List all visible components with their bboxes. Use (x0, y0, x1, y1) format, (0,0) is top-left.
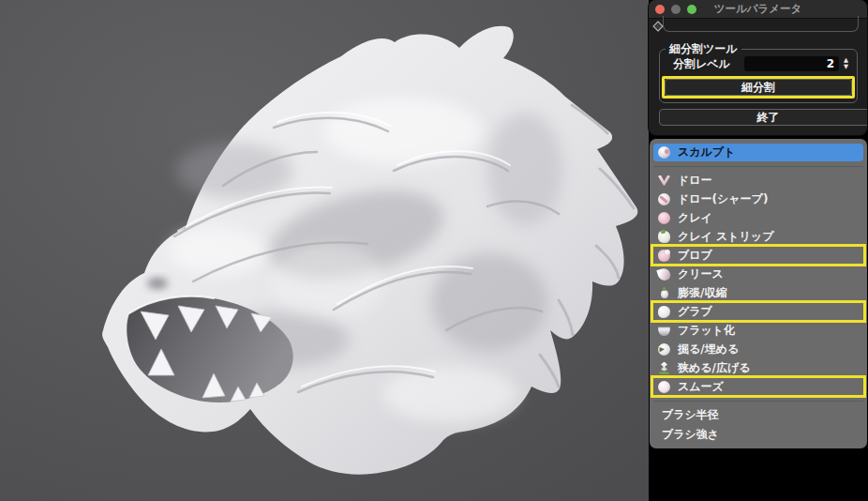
viewport-3d[interactable] (0, 0, 649, 501)
tool-item-label: 膨張/収縮 (678, 285, 726, 301)
crease-brush-icon (656, 266, 671, 281)
tool-item-label: ブロブ (678, 248, 712, 264)
minimize-window-button[interactable] (671, 5, 681, 14)
tool-item-label: クレイ (678, 210, 712, 226)
diamond-marker-icon (652, 21, 663, 31)
inflate-brush-icon (658, 287, 670, 299)
flatten-brush-icon (658, 326, 670, 336)
level-label: 分割レベル (673, 56, 730, 72)
sculpt-sphere-icon (658, 146, 670, 159)
tool-list-panel: スカルプト ドロー ドロー(シャープ) クレイ クレイ ストリップ ブロブ (650, 139, 867, 448)
tool-item-label: ドロー(シャープ) (678, 191, 768, 207)
scrolled-group-edge (663, 16, 859, 32)
subdivide-tool-group: 細分割ツール 分割レベル 2 ▲ ▼ 細分割 (659, 49, 858, 103)
close-window-button[interactable] (655, 5, 665, 14)
window-body: 細分割ツール 分割レベル 2 ▲ ▼ 細分割 終了 (649, 19, 867, 135)
blob-brush-icon (658, 250, 670, 262)
draw-brush-icon (658, 175, 670, 187)
brush-strength-row: ブラシ強さ (652, 425, 864, 445)
tool-item-label: 狭める/広げる (678, 360, 751, 376)
level-stepper[interactable]: ▲ ▼ (841, 56, 851, 72)
tool-item-scrape[interactable]: 掘る/埋める (652, 340, 864, 358)
tool-item-blob[interactable]: ブロブ (652, 246, 864, 265)
window-title: ツールパラメータ (649, 2, 867, 16)
tool-parameters-window: ツールパラメータ 細分割ツール 分割レベル 2 ▲ ▼ (649, 0, 867, 135)
tool-item-draw[interactable]: ドロー (652, 171, 864, 190)
tool-item-pinch[interactable]: 狭める/広げる (652, 358, 864, 377)
viewport-canvas[interactable] (0, 0, 649, 501)
tool-item-clay[interactable]: クレイ (652, 208, 864, 227)
tool-item-sculpt-selected[interactable]: スカルプト (653, 144, 863, 161)
tool-item-smooth[interactable]: スムーズ (652, 377, 864, 396)
tool-item-label: スカルプト (678, 144, 735, 160)
app-screen: ツールパラメータ 細分割ツール 分割レベル 2 ▲ ▼ (0, 0, 868, 501)
tool-item-label: 掘る/埋める (678, 342, 739, 357)
tool-item-label: フラット化 (678, 323, 735, 339)
subdivide-button[interactable]: 細分割 (665, 79, 852, 96)
group-title: 細分割ツール (666, 42, 741, 55)
list-divider (653, 401, 863, 402)
grab-brush-icon (658, 306, 670, 318)
tool-item-label: グラブ (678, 304, 712, 320)
subdivision-level-row: 分割レベル 2 ▲ ▼ (667, 55, 851, 72)
tool-item-label: ドロー (678, 173, 712, 189)
tool-item-clay-strips[interactable]: クレイ ストリップ (652, 227, 864, 246)
tool-item-inflate[interactable]: 膨張/収縮 (652, 283, 864, 302)
smooth-brush-icon (658, 381, 670, 393)
tool-item-grab[interactable]: グラブ (652, 302, 864, 321)
tool-item-label: クリース (678, 266, 724, 282)
tool-item-flatten[interactable]: フラット化 (652, 321, 864, 340)
tool-item-draw-sharp[interactable]: ドロー(シャープ) (652, 190, 864, 208)
right-panel-column: ツールパラメータ 細分割ツール 分割レベル 2 ▲ ▼ (649, 0, 868, 501)
tool-item-crease[interactable]: クリース (652, 265, 864, 283)
list-divider (653, 166, 863, 167)
clay-brush-icon (658, 212, 670, 224)
exit-button[interactable]: 終了 (659, 109, 867, 126)
brush-radius-row: ブラシ半径 (652, 405, 864, 425)
tool-item-label: クレイ ストリップ (678, 229, 773, 245)
zoom-window-button[interactable] (687, 5, 696, 14)
brush-radius-label: ブラシ半径 (662, 407, 719, 423)
scrape-brush-icon (658, 343, 670, 356)
stepper-down-icon[interactable]: ▼ (844, 64, 848, 70)
brush-strength-label: ブラシ強さ (662, 427, 719, 443)
subdivide-annotation-box: 細分割 (662, 76, 855, 99)
tool-item-label: スムーズ (678, 379, 724, 395)
draw-sharp-brush-icon (658, 193, 670, 205)
subdivision-level-field[interactable]: 2 (744, 56, 839, 71)
clay-strips-brush-icon (658, 231, 670, 243)
pinch-brush-icon (658, 362, 670, 374)
